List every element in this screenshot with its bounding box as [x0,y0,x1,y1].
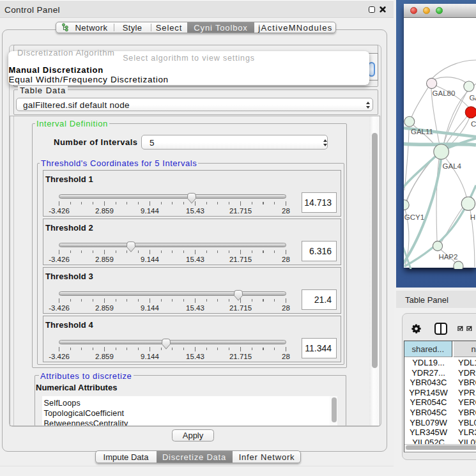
svg-text:H: H [470,213,475,221]
svg-text:GA: GA [469,94,476,102]
svg-text:GCY1: GCY1 [404,213,424,221]
svg-text:C: C [471,120,476,128]
svg-text:GAL11: GAL11 [411,128,433,135]
svg-text:GAL80: GAL80 [433,89,456,97]
svg-text:GAL4: GAL4 [443,162,462,170]
svg-text:HAP2: HAP2 [438,253,457,261]
